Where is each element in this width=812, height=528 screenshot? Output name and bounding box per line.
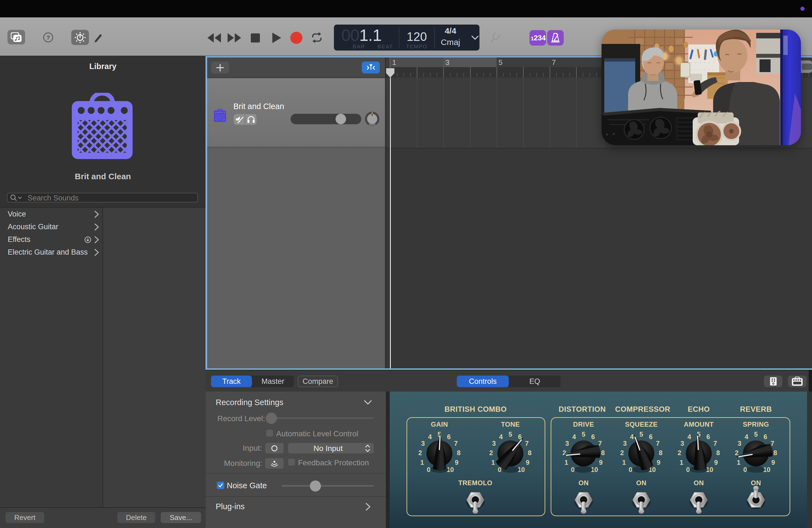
svg-text:2: 2 (620, 449, 624, 456)
svg-text:ON: ON (694, 479, 704, 487)
svg-text:7: 7 (656, 440, 659, 447)
svg-text:7: 7 (525, 440, 528, 447)
svg-text:SQUEEZE: SQUEEZE (625, 421, 657, 428)
svg-text:5: 5 (639, 430, 643, 438)
svg-text:0: 0 (743, 466, 747, 473)
svg-text:4: 4 (744, 433, 749, 440)
svg-text:9: 9 (526, 459, 530, 466)
svg-text:ON: ON (579, 479, 589, 487)
svg-text:1: 1 (565, 459, 568, 466)
svg-text:6: 6 (764, 433, 767, 440)
svg-text:8: 8 (528, 449, 532, 456)
svg-text:7: 7 (454, 440, 458, 447)
svg-text:4: 4 (687, 433, 691, 440)
svg-text:3: 3 (681, 440, 684, 447)
svg-text:9: 9 (455, 459, 459, 466)
svg-text:TREMOLO: TREMOLO (458, 479, 492, 487)
svg-text:6: 6 (591, 433, 595, 440)
svg-text:ECHO: ECHO (688, 405, 710, 413)
svg-text:9: 9 (657, 459, 661, 466)
svg-text:BRITISH COMBO: BRITISH COMBO (445, 405, 507, 413)
svg-text:1: 1 (420, 459, 424, 466)
svg-text:6: 6 (707, 433, 710, 440)
svg-text:TONE: TONE (501, 421, 520, 428)
svg-text:GAIN: GAIN (431, 421, 448, 428)
svg-text:2: 2 (418, 449, 422, 456)
svg-text:DISTORTION: DISTORTION (559, 405, 606, 413)
svg-text:0: 0 (571, 466, 575, 473)
svg-text:3: 3 (738, 440, 741, 447)
svg-text:SPRING: SPRING (743, 421, 769, 428)
svg-text:3: 3 (492, 440, 496, 447)
svg-text:ON: ON (636, 479, 647, 487)
svg-text:0: 0 (628, 466, 632, 473)
svg-text:9: 9 (714, 459, 718, 466)
svg-text:6: 6 (447, 433, 451, 440)
svg-text:1: 1 (680, 459, 683, 466)
svg-text:7: 7 (713, 440, 717, 447)
svg-text:8: 8 (716, 449, 720, 456)
svg-text:0: 0 (686, 466, 690, 473)
svg-text:7: 7 (598, 440, 602, 447)
svg-text:DRIVE: DRIVE (573, 421, 594, 428)
svg-text:REVERB: REVERB (740, 405, 772, 413)
svg-text:6: 6 (518, 433, 522, 440)
svg-text:7: 7 (771, 440, 774, 447)
svg-text:2: 2 (489, 449, 493, 456)
svg-text:5: 5 (508, 430, 512, 438)
svg-text:4: 4 (572, 433, 576, 440)
svg-text:4: 4 (499, 433, 503, 440)
svg-text:5: 5 (754, 430, 758, 438)
svg-text:ON: ON (751, 479, 761, 487)
svg-text:3: 3 (565, 440, 569, 447)
svg-text:5: 5 (582, 430, 585, 438)
svg-text:9: 9 (599, 459, 603, 466)
svg-text:2: 2 (735, 449, 738, 456)
svg-text:8: 8 (773, 449, 777, 456)
svg-text:3: 3 (623, 440, 627, 447)
svg-text:4: 4 (428, 433, 432, 440)
svg-text:COMPRESSOR: COMPRESSOR (615, 405, 670, 413)
svg-text:1: 1 (491, 459, 495, 466)
svg-text:8: 8 (457, 449, 460, 456)
svg-text:9: 9 (771, 459, 775, 466)
svg-text:8: 8 (659, 449, 662, 456)
svg-text:4: 4 (630, 433, 634, 440)
svg-text:0: 0 (427, 466, 430, 473)
svg-text:1: 1 (622, 459, 626, 466)
svg-text:8: 8 (601, 449, 605, 456)
svg-text:?: ? (46, 34, 50, 41)
svg-text:AMOUNT: AMOUNT (684, 421, 714, 428)
svg-text:1: 1 (737, 459, 740, 466)
svg-text:2: 2 (678, 449, 681, 456)
svg-text:3: 3 (421, 440, 425, 447)
svg-text:6: 6 (649, 433, 653, 440)
